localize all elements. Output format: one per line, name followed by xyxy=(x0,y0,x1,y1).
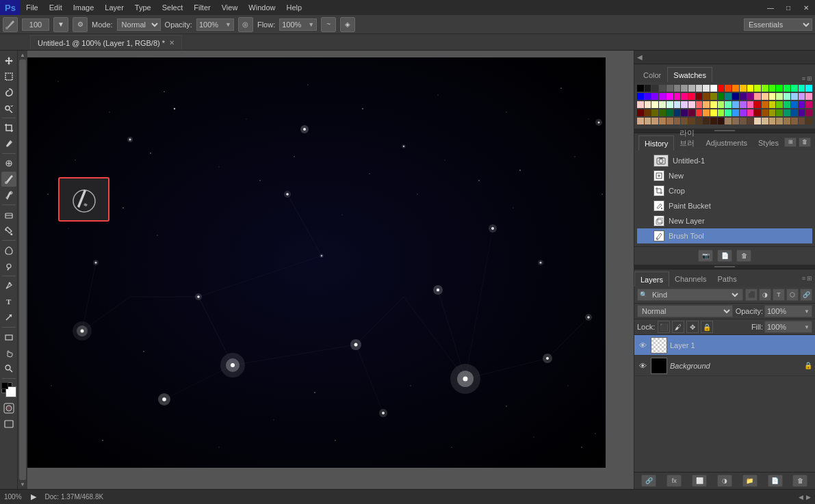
status-navigate-right[interactable]: ▶ xyxy=(806,494,811,501)
brush-options-icon[interactable]: ▼ xyxy=(53,17,68,32)
new-layer-button[interactable]: 📄 xyxy=(768,475,783,487)
swatch-color[interactable] xyxy=(805,93,812,100)
swatch-color[interactable] xyxy=(674,93,681,100)
swatch-color[interactable] xyxy=(776,101,783,108)
swatch-color[interactable] xyxy=(710,109,717,116)
swatch-color[interactable] xyxy=(674,101,681,108)
swatch-color[interactable] xyxy=(696,85,703,92)
swatch-color[interactable] xyxy=(667,101,673,108)
swatch-color[interactable] xyxy=(703,109,710,116)
swatch-color[interactable] xyxy=(799,85,805,92)
swatch-color[interactable] xyxy=(769,109,776,116)
swatch-color[interactable] xyxy=(805,101,812,108)
swatch-color[interactable] xyxy=(725,85,732,92)
swatch-color[interactable] xyxy=(645,109,651,116)
eyedropper-tool[interactable] xyxy=(1,136,16,151)
panel-expand-icon[interactable]: ⊞ xyxy=(807,75,812,82)
swatch-color[interactable] xyxy=(799,101,805,108)
quick-select-tool[interactable] xyxy=(1,101,16,116)
swatch-color[interactable] xyxy=(769,118,776,124)
swatch-color[interactable] xyxy=(718,101,725,108)
swatch-color[interactable] xyxy=(732,93,739,100)
menu-window[interactable]: Window xyxy=(243,0,281,15)
swatch-color[interactable] xyxy=(754,109,761,116)
swatch-color[interactable] xyxy=(732,101,739,108)
menu-filter[interactable]: Filter xyxy=(188,0,216,15)
swatch-color[interactable] xyxy=(740,118,747,124)
lock-pixels-button[interactable]: 🖌 xyxy=(672,321,684,333)
layers-kind-filter[interactable]: 🔍 Kind xyxy=(637,289,743,301)
swatch-color[interactable] xyxy=(645,101,651,108)
history-item-new[interactable]: New xyxy=(637,168,812,183)
swatch-color[interactable] xyxy=(740,93,747,100)
swatch-color[interactable] xyxy=(703,85,710,92)
swatch-color[interactable] xyxy=(725,118,732,124)
swatch-color[interactable] xyxy=(762,93,768,100)
swatch-color[interactable] xyxy=(791,85,798,92)
history-item-new-layer[interactable]: New Layer xyxy=(637,213,812,228)
layers-menu-icon[interactable]: ≡ xyxy=(802,275,805,282)
swatch-color[interactable] xyxy=(747,118,754,124)
swatch-color[interactable] xyxy=(651,109,658,116)
swatch-color[interactable] xyxy=(651,93,658,100)
swatch-color[interactable] xyxy=(791,93,798,100)
screen-mode-button[interactable] xyxy=(1,416,16,432)
swatch-color[interactable] xyxy=(762,118,768,124)
swatch-color[interactable] xyxy=(681,85,688,92)
menu-view[interactable]: View xyxy=(216,0,244,15)
workspace-select[interactable]: Essentials xyxy=(744,18,812,31)
eraser-tool[interactable] xyxy=(1,207,16,222)
crop-tool[interactable] xyxy=(1,120,16,135)
swatch-color[interactable] xyxy=(637,118,644,124)
swatch-color[interactable] xyxy=(637,101,644,108)
swatch-color[interactable] xyxy=(688,93,695,100)
swatch-color[interactable] xyxy=(710,85,717,92)
swatch-color[interactable] xyxy=(651,85,658,92)
swatch-color[interactable] xyxy=(769,85,776,92)
history-item-brush-tool[interactable]: Brush Tool xyxy=(637,228,812,243)
swatch-color[interactable] xyxy=(799,109,805,116)
brush-tool[interactable] xyxy=(1,172,16,187)
swatch-color[interactable] xyxy=(732,85,739,92)
brush-preview[interactable] xyxy=(3,17,18,32)
menu-edit[interactable]: Edit xyxy=(44,0,68,15)
swatch-color[interactable] xyxy=(747,93,754,100)
swatch-color[interactable] xyxy=(659,85,666,92)
swatch-color[interactable] xyxy=(747,85,754,92)
brush-settings-icon[interactable]: ⚙ xyxy=(73,17,88,32)
menu-select[interactable]: Select xyxy=(157,0,189,15)
swatch-color[interactable] xyxy=(805,109,812,116)
swatch-color[interactable] xyxy=(674,109,681,116)
smoothing-icon[interactable]: ~ xyxy=(321,17,336,32)
filter-pixel-icon[interactable]: ⬛ xyxy=(745,289,758,301)
text-tool[interactable]: T xyxy=(1,294,16,309)
history-item-snapshot[interactable]: Untitled-1 xyxy=(637,153,812,168)
layer-visibility-background[interactable]: 👁 xyxy=(637,360,648,371)
swatch-color[interactable] xyxy=(799,93,805,100)
layer-row-background[interactable]: 👁 Background 🔒 xyxy=(634,356,815,376)
tab-layers[interactable]: Layers xyxy=(634,271,669,287)
swatch-color[interactable] xyxy=(681,101,688,108)
swatch-color[interactable] xyxy=(725,93,732,100)
swatch-color[interactable] xyxy=(754,118,761,124)
swatch-color[interactable] xyxy=(718,118,725,124)
swatch-color[interactable] xyxy=(674,118,681,124)
new-fill-button[interactable]: ◑ xyxy=(717,475,732,487)
vertical-scrollbar[interactable]: ▲ ▼ xyxy=(18,51,27,489)
swatch-color[interactable] xyxy=(710,93,717,100)
swatch-color[interactable] xyxy=(667,93,673,100)
path-selection-tool[interactable] xyxy=(1,310,16,325)
swatch-color[interactable] xyxy=(754,93,761,100)
filter-adjust-icon[interactable]: ◑ xyxy=(759,289,771,301)
marquee-tool[interactable] xyxy=(1,69,16,84)
swatch-color[interactable] xyxy=(674,85,681,92)
layers-expand-icon[interactable]: ⊞ xyxy=(807,275,812,282)
swatch-color[interactable] xyxy=(718,93,725,100)
menu-help[interactable]: Help xyxy=(281,0,307,15)
new-group-button[interactable]: 📁 xyxy=(742,475,758,487)
layers-blend-select[interactable]: Normal Multiply Screen xyxy=(637,305,733,317)
pen-tool[interactable] xyxy=(1,278,16,293)
layers-kind-select[interactable]: Kind xyxy=(649,290,740,300)
swatch-color[interactable] xyxy=(740,101,747,108)
swatch-color[interactable] xyxy=(747,109,754,116)
